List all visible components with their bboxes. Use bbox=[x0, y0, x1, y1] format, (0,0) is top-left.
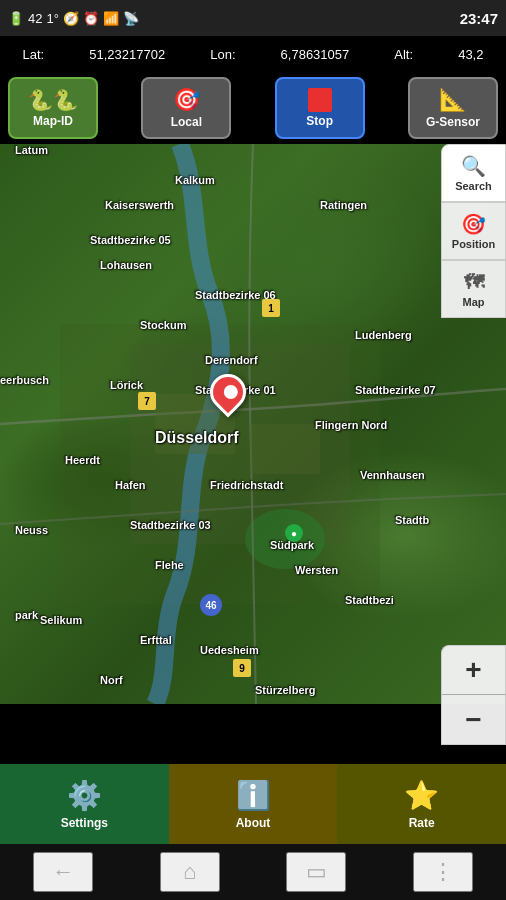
settings-label: Settings bbox=[61, 816, 108, 830]
position-label: Position bbox=[452, 238, 495, 250]
mapid-button[interactable]: 🐍🐍 Map-ID bbox=[8, 77, 98, 139]
back-button[interactable]: ← bbox=[33, 852, 93, 892]
zoom-in-button[interactable]: + bbox=[441, 645, 506, 695]
position-icon: 🎯 bbox=[461, 212, 486, 236]
road-marker: ● bbox=[285, 524, 303, 542]
alarm-icon: ⏰ bbox=[83, 11, 99, 26]
road-marker: 1 bbox=[262, 299, 280, 317]
stop-icon bbox=[308, 88, 332, 112]
search-sidebar-button[interactable]: 🔍 Search bbox=[441, 144, 506, 202]
search-icon: 🔍 bbox=[461, 154, 486, 178]
stop-label: Stop bbox=[306, 114, 333, 128]
snake-icon: 🐍🐍 bbox=[28, 88, 78, 112]
settings-nav-button[interactable]: ⚙️ Settings bbox=[0, 764, 169, 844]
mapid-label: Map-ID bbox=[33, 114, 73, 128]
lon-label: Lon: bbox=[210, 47, 235, 62]
road-marker: 7 bbox=[138, 392, 156, 410]
status-right: 23:47 bbox=[460, 10, 498, 27]
search-label: Search bbox=[455, 180, 492, 192]
gsensor-button[interactable]: 📐 G-Sensor bbox=[408, 77, 498, 139]
lat-value: 51,23217702 bbox=[89, 47, 165, 62]
recent-button[interactable]: ▭ bbox=[286, 852, 346, 892]
map-label: Map bbox=[463, 296, 485, 308]
rate-icon: ⭐ bbox=[404, 779, 439, 812]
toolbar: 🐍🐍 Map-ID 🎯 Local Stop 📐 G-Sensor bbox=[0, 72, 506, 144]
location-icon: 🧭 bbox=[63, 11, 79, 26]
menu-button[interactable]: ⋮ bbox=[413, 852, 473, 892]
rate-nav-button[interactable]: ⭐ Rate bbox=[337, 764, 506, 844]
map-overlay-svg bbox=[0, 144, 506, 704]
status-bar: 🔋 42 1° 🧭 ⏰ 📶 📡 23:47 bbox=[0, 0, 506, 36]
alt-label: Alt: bbox=[394, 47, 413, 62]
rate-label: Rate bbox=[409, 816, 435, 830]
coords-bar: Lat: 51,23217702 Lon: 6,78631057 Alt: 43… bbox=[0, 36, 506, 72]
position-sidebar-button[interactable]: 🎯 Position bbox=[441, 202, 506, 260]
svg-point-2 bbox=[245, 509, 325, 569]
sidebar-right: 🔍 Search 🎯 Position 🗺 Map bbox=[441, 144, 506, 318]
notification-badge: 1° bbox=[46, 11, 58, 26]
lat-label: Lat: bbox=[23, 47, 45, 62]
map-sidebar-button[interactable]: 🗺 Map bbox=[441, 260, 506, 318]
road-marker: 46 bbox=[200, 594, 222, 616]
pin-body bbox=[203, 367, 254, 418]
zoom-out-button[interactable]: − bbox=[441, 695, 506, 745]
about-icon: ℹ️ bbox=[236, 779, 271, 812]
road-marker: 9 bbox=[233, 659, 251, 677]
local-label: Local bbox=[171, 115, 202, 129]
gsensor-label: G-Sensor bbox=[426, 115, 480, 129]
map-area[interactable]: KalkumKaiserswerthRatingenStadtbezirke 0… bbox=[0, 144, 506, 704]
about-nav-button[interactable]: ℹ️ About bbox=[169, 764, 338, 844]
battery-icon: 🔋 bbox=[8, 11, 24, 26]
location-pin bbox=[210, 374, 250, 424]
status-left: 🔋 42 1° 🧭 ⏰ 📶 📡 bbox=[8, 11, 139, 26]
alt-value: 43,2 bbox=[458, 47, 483, 62]
bottom-nav: ⚙️ Settings ℹ️ About ⭐ Rate bbox=[0, 764, 506, 844]
gsensor-icon: 📐 bbox=[439, 87, 466, 113]
stop-button[interactable]: Stop bbox=[275, 77, 365, 139]
android-nav: ← ⌂ ▭ ⋮ bbox=[0, 844, 506, 900]
local-icon: 🎯 bbox=[173, 87, 200, 113]
signal-icon: 📡 bbox=[123, 11, 139, 26]
battery-level: 42 bbox=[28, 11, 42, 26]
svg-rect-4 bbox=[250, 424, 320, 474]
about-label: About bbox=[236, 816, 271, 830]
lon-value: 6,78631057 bbox=[281, 47, 350, 62]
zoom-controls: + − bbox=[441, 645, 506, 745]
home-button[interactable]: ⌂ bbox=[160, 852, 220, 892]
map-icon: 🗺 bbox=[464, 271, 484, 294]
time-display: 23:47 bbox=[460, 10, 498, 27]
pin-dot bbox=[221, 382, 241, 402]
settings-icon: ⚙️ bbox=[67, 779, 102, 812]
local-button[interactable]: 🎯 Local bbox=[141, 77, 231, 139]
wifi-icon: 📶 bbox=[103, 11, 119, 26]
